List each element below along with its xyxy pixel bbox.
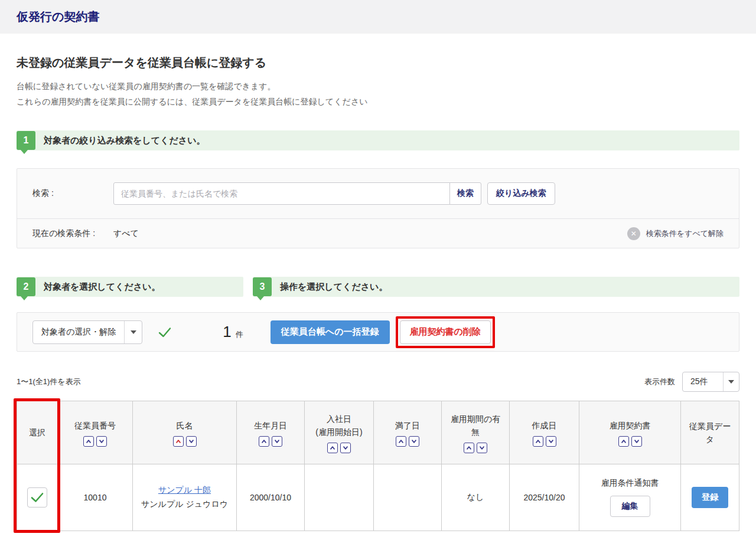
cell-created-date: 2025/10/20 [510,464,579,531]
register-button[interactable]: 登録 [692,487,728,508]
column-header-created-date: 作成日 [510,401,579,464]
sort-asc-button[interactable] [396,436,406,447]
per-page-dropdown[interactable]: 25件 [682,372,739,392]
column-header-expiry-date: 満了日 [374,401,442,464]
column-header-hire-date: 入社日 (雇用開始日) [305,401,374,464]
employee-name-link[interactable]: サンプル 十郎 [158,485,211,495]
row-checkbox-checked[interactable] [27,487,47,507]
per-page-control: 表示件数 25件 [644,372,739,392]
criteria-value: すべて [113,228,139,239]
sort-asc-button[interactable] [533,436,543,447]
per-page-label: 表示件数 [644,376,675,387]
results-range-text: 1〜1(全1)件を表示 [17,376,81,387]
caret-down-icon [124,321,142,343]
table-row: 10010 サンプル 十郎 サンルプル ジュウロウ 2000/10/10 なし … [17,464,739,531]
sort-desc-button[interactable] [631,436,642,447]
edit-contract-button[interactable]: 編集 [610,496,650,517]
check-icon [158,326,172,338]
delete-button-highlight-annotation: 雇用契約書の削除 [396,316,495,348]
cell-contract: 雇用条件通知書 編集 [579,464,681,531]
sort-desc-button[interactable] [272,436,282,447]
clear-search-conditions-button[interactable]: ✕ 検索条件をすべて解除 [627,227,724,240]
employee-table-wrap: 選択 従業員番号 氏名 [17,401,739,531]
sort-asc-button[interactable] [464,443,474,453]
sort-asc-button[interactable] [618,436,629,447]
cell-employee-number: 10010 [58,464,133,531]
cell-name: サンプル 十郎 サンルプル ジュウロウ [133,464,237,531]
cell-employment-period: なし [442,464,510,531]
caret-down-icon [723,372,739,391]
search-panel: 検索 : 検索 絞り込み検索 現在の検索条件 : すべて ✕ 検索条件をすべて解… [17,168,739,248]
page-header: 仮発行の契約書 [0,0,756,34]
step-1-banner: 1 対象者の絞り込み検索をしてください。 [17,130,739,150]
search-button[interactable]: 検索 [449,182,481,205]
selected-count-number: 1 [223,323,231,341]
selected-count-unit: 件 [236,329,243,340]
cell-employee-data: 登録 [681,464,739,531]
bulk-register-button[interactable]: 従業員台帳への一括登録 [271,320,390,344]
search-row: 検索 : 検索 絞り込み検索 [17,169,739,218]
step-2-banner: 2 対象者を選択してください。 [17,277,243,297]
search-label: 検索 : [32,188,113,199]
column-header-contract: 雇用契約書 [579,401,681,464]
table-header-row: 選択 従業員番号 氏名 [17,401,739,464]
step-2-badge: 2 [17,277,35,296]
step-1-label: 対象者の絞り込み検索をしてください。 [44,135,206,146]
step-1-badge: 1 [17,131,35,150]
description-line-1: 台帳に登録されていない従業員の雇用契約書の一覧を確認できます。 [17,81,276,91]
employee-table: 選択 従業員番号 氏名 [17,401,739,531]
step-3-badge: 3 [253,277,272,296]
select-deselect-label: 対象者の選択・解除 [33,321,124,343]
section-description: 台帳に登録されていない従業員の雇用契約書の一覧を確認できます。 これらの雇用契約… [17,78,739,109]
sort-asc-button[interactable] [327,443,338,453]
selected-count: 1 件 [223,323,243,341]
main-content: 未登録の従業員データを従業員台帳に登録する 台帳に登録されていない従業員の雇用契… [0,54,756,531]
sort-asc-button-active[interactable] [173,436,184,447]
step-3-banner: 3 操作を選択してください。 [253,277,739,297]
action-bar: 対象者の選択・解除 1 件 従業員台帳への一括登録 雇用契約書の削除 [17,312,739,352]
sort-desc-button[interactable] [340,443,351,453]
cell-expiry-date [374,464,442,531]
search-criteria-row: 現在の検索条件 : すべて ✕ 検索条件をすべて解除 [17,218,739,248]
column-header-select: 選択 [17,401,58,464]
search-input[interactable] [113,182,450,205]
column-header-employee-data: 従業員データ [681,401,739,464]
sort-desc-button[interactable] [186,436,197,447]
delete-contract-button[interactable]: 雇用契約書の削除 [400,320,491,344]
column-header-name: 氏名 [133,401,237,464]
cell-birth-date: 2000/10/10 [237,464,305,531]
advanced-search-button[interactable]: 絞り込み検索 [487,182,555,205]
steps-row: 2 対象者を選択してください。 3 操作を選択してください。 [17,277,739,297]
per-page-value: 25件 [683,372,723,391]
sort-desc-button[interactable] [546,436,556,447]
section-title: 未登録の従業員データを従業員台帳に登録する [17,54,739,71]
step-3-label: 操作を選択してください。 [280,281,387,293]
search-input-group: 検索 [113,182,481,205]
column-header-birth-date: 生年月日 [237,401,305,464]
contract-name: 雇用条件通知書 [585,478,674,489]
column-header-employment-period: 雇用期間の有無 [442,401,510,464]
sort-desc-button[interactable] [409,436,419,447]
clear-search-label: 検索条件をすべて解除 [646,228,724,239]
sort-desc-button[interactable] [96,436,107,447]
circle-x-icon: ✕ [627,227,640,240]
cell-hire-date [305,464,374,531]
sort-asc-button[interactable] [259,436,269,447]
employee-name-kana: サンルプル ジュウロウ [139,499,230,510]
select-deselect-dropdown[interactable]: 対象者の選択・解除 [32,320,142,344]
cell-select [17,464,58,531]
page-title: 仮発行の契約書 [17,9,99,25]
sort-desc-button[interactable] [477,443,487,453]
description-line-2: これらの雇用契約書を従業員に公開するには、従業員データを従業員台帳に登録してくだ… [17,97,368,106]
sort-asc-button[interactable] [83,436,94,447]
step-2-label: 対象者を選択してください。 [44,281,160,293]
list-meta-row: 1〜1(全1)件を表示 表示件数 25件 [17,371,739,392]
criteria-label: 現在の検索条件 : [32,228,113,239]
column-header-employee-number: 従業員番号 [58,401,133,464]
